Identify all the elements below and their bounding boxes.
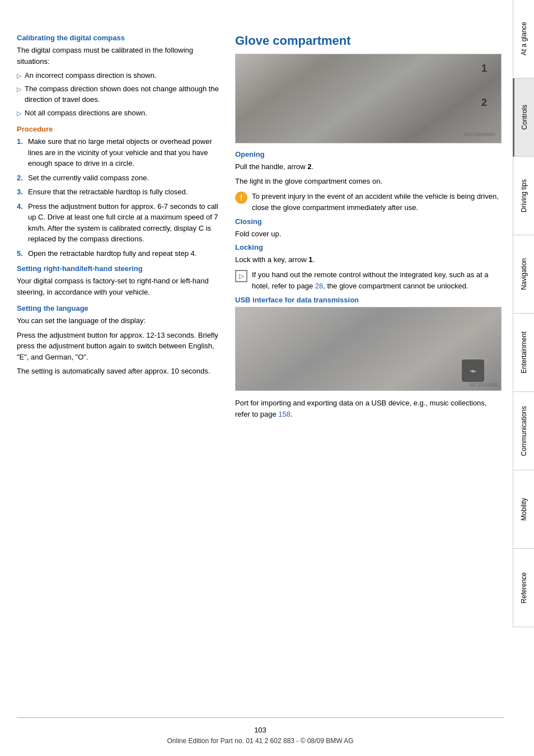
calibrating-bullet-1: ▷ An incorrect compass direction is show…: [17, 70, 224, 81]
locking-page-ref-link[interactable]: 28: [315, 282, 323, 290]
sidebar-tab-controls[interactable]: Controls: [513, 78, 534, 157]
locking-note-box: ▷ If you hand out the remote control wit…: [235, 269, 502, 291]
setting-language-text2: Press the adjustment button for approx. …: [17, 330, 224, 363]
procedure-step-4: 4. Press the adjustment button for appro…: [17, 201, 224, 245]
page-number: 103: [17, 726, 504, 734]
setting-language-heading: Setting the language: [17, 304, 224, 312]
bullet-arrow-1: ▷: [17, 71, 21, 81]
usb-heading: USB interface for data transmission: [235, 296, 502, 304]
sidebar-tab-controls-label: Controls: [521, 105, 528, 130]
sidebar-tab-driving-tips-label: Driving tips: [520, 179, 528, 212]
bullet-arrow-2: ▷: [17, 85, 21, 94]
sidebar-tab-mobility-label: Mobility: [520, 498, 528, 521]
sidebar-tab-at-a-glance[interactable]: At a glance: [513, 0, 534, 78]
setting-language-text3: The setting is automatically saved after…: [17, 366, 224, 377]
calibrating-bullet-3: ▷ Not all compass directions are shown.: [17, 108, 224, 119]
sidebar-tab-driving-tips[interactable]: Driving tips: [513, 157, 534, 235]
glove-compartment-heading: Glove compartment: [235, 34, 502, 48]
procedure-steps-list: 1. Make sure that no large metal objects…: [17, 136, 224, 259]
warning-icon: !: [235, 192, 247, 204]
bullet-arrow-3: ▷: [17, 109, 21, 118]
sidebar-tab-reference[interactable]: Reference: [513, 549, 534, 627]
calibrating-heading: Calibrating the digital compass: [17, 34, 224, 42]
opening-heading: Opening: [235, 150, 502, 158]
sidebar-tab-reference-label: Reference: [520, 572, 528, 603]
locking-note-text: If you hand out the remote control witho…: [252, 269, 502, 291]
closing-heading: Closing: [235, 217, 502, 226]
procedure-step-3: 3. Ensure that the retractable hardtop i…: [17, 186, 224, 198]
locking-heading: Locking: [235, 243, 502, 251]
sidebar-tab-navigation[interactable]: Navigation: [513, 235, 534, 314]
procedure-step-5: 5. Open the retractable hardtop fully an…: [17, 248, 224, 259]
procedure-heading: Procedure: [17, 125, 224, 133]
setting-steering-text: Your digital compass is factory-set to r…: [17, 276, 224, 297]
sidebar-tab-mobility[interactable]: Mobility: [513, 470, 534, 549]
setting-steering-heading: Setting right-hand/left-hand steering: [17, 264, 224, 273]
sidebar-tab-communications[interactable]: Communications: [513, 392, 534, 470]
procedure-step-2: 2. Set the currently valid compass zone.: [17, 172, 224, 184]
setting-language-text1: You can set the language of the display:: [17, 315, 224, 326]
opening-text2: The light in the glove compartment comes…: [235, 176, 502, 187]
calibrating-intro: The digital compass must be calibrated i…: [17, 45, 224, 67]
locking-text: Lock with a key, arrow 1.: [235, 254, 502, 265]
note-icon: ▷: [235, 270, 247, 282]
procedure-step-1: 1. Make sure that no large metal objects…: [17, 136, 224, 169]
opening-warning-text: To prevent injury in the event of an acc…: [252, 191, 502, 213]
page-footer: 103 Online Edition for Part no. 01 41 2 …: [17, 710, 504, 745]
usb-interface-image: ⌁ WC151405B: [235, 307, 502, 391]
usb-page-ref-link[interactable]: 158: [278, 410, 291, 418]
sidebar-tab-navigation-label: Navigation: [520, 258, 528, 290]
calibrating-bullet-2: ▷ The compass direction shown does not c…: [17, 83, 224, 105]
sidebar: At a glance Controls Driving tips Naviga…: [513, 0, 534, 756]
usb-text: Port for importing and exporting data on…: [235, 398, 502, 419]
sidebar-tab-entertainment[interactable]: Entertainment: [513, 314, 534, 392]
opening-text1: Pull the handle, arrow 2.: [235, 161, 502, 172]
closing-text: Fold cover up.: [235, 228, 502, 240]
sidebar-tab-at-a-glance-label: At a glance: [520, 22, 528, 55]
footer-text: Online Edition for Part no. 01 41 2 602 …: [167, 737, 353, 745]
glove-compartment-image: 1 2 WC151848B0: [235, 54, 502, 143]
opening-warning-box: ! To prevent injury in the event of an a…: [235, 191, 502, 213]
sidebar-tab-entertainment-label: Entertainment: [520, 332, 528, 374]
calibrating-bullets-list: ▷ An incorrect compass direction is show…: [17, 70, 224, 118]
sidebar-tab-communications-label: Communications: [520, 406, 528, 456]
